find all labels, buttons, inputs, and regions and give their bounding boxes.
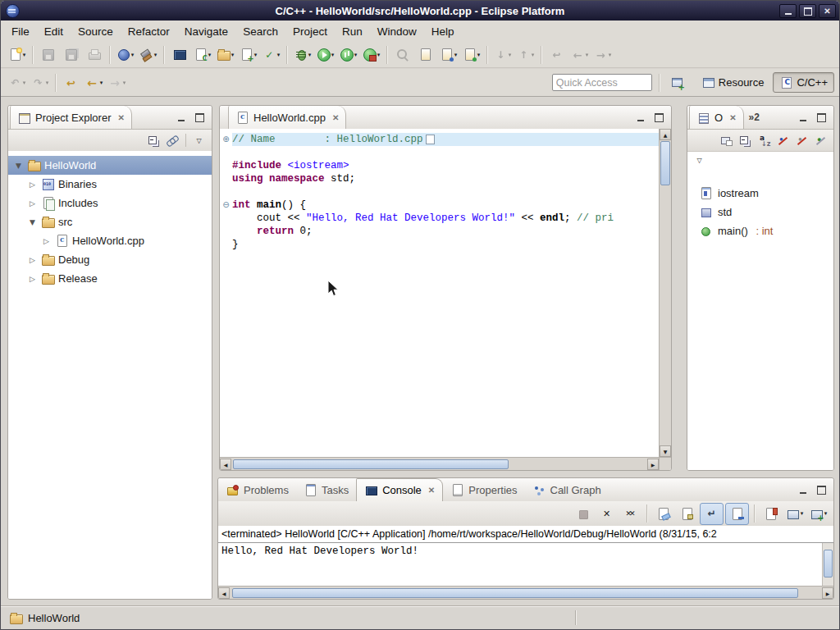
console-output[interactable]: Hello, Red Hat Developers World!	[218, 543, 822, 586]
menu-edit[interactable]: Edit	[37, 23, 71, 40]
collapse-all-button[interactable]	[145, 132, 162, 149]
open-task-button[interactable]: ▾	[437, 44, 459, 65]
build-all-button[interactable]: ▾	[137, 44, 159, 65]
view-switcher[interactable]: »2	[744, 106, 765, 129]
remove-launch-button[interactable]	[596, 504, 618, 524]
scroll-lock-button[interactable]	[676, 504, 698, 524]
scroll-thumb[interactable]	[233, 459, 509, 469]
word-wrap-button[interactable]	[700, 503, 724, 525]
scroll-left-icon[interactable]: ◀	[218, 587, 230, 599]
menu-run[interactable]: Run	[335, 23, 370, 40]
view-menu-button[interactable]	[190, 132, 208, 149]
open-perspective-button[interactable]	[666, 72, 688, 93]
maximize-panel-button[interactable]	[815, 484, 828, 496]
perspective-resource[interactable]: Resource	[695, 72, 771, 93]
hide-fields-button[interactable]	[774, 132, 792, 149]
new-button[interactable]: ▾	[6, 44, 28, 65]
hide-non-public-button[interactable]	[812, 132, 829, 149]
clear-console-button[interactable]	[652, 504, 674, 524]
tab-properties[interactable]: Properties	[443, 478, 524, 501]
minimize-panel-button[interactable]	[797, 484, 810, 496]
menu-source[interactable]: Source	[71, 23, 121, 40]
show-when-stdout-changes-button[interactable]	[725, 503, 749, 525]
remove-all-launches-button[interactable]	[619, 504, 641, 524]
tree-expander-icon[interactable]: ▷	[27, 275, 38, 283]
tab-tasks[interactable]: Tasks	[296, 478, 356, 501]
new-class-button[interactable]: ▾	[191, 44, 213, 65]
menu-help[interactable]: Help	[424, 23, 462, 40]
outline-item-std[interactable]: std	[687, 203, 833, 221]
outline-item-main[interactable]: main() : int	[687, 221, 833, 240]
sort-button[interactable]	[756, 132, 773, 149]
open-console-button[interactable]: ▾	[807, 504, 829, 524]
minimize-button[interactable]	[779, 4, 797, 18]
tab-console[interactable]: Console✕	[356, 478, 443, 501]
last-edit-location-button[interactable]	[60, 72, 82, 93]
back-history-button[interactable]: ▾	[83, 72, 105, 93]
scroll-thumb[interactable]	[232, 588, 798, 598]
code-editor[interactable]: ⊕// Name : HelloWorld.cpp#include <iostr…	[220, 129, 659, 457]
tab-problems[interactable]: Problems	[218, 478, 296, 501]
tree-expander-icon[interactable]: ▷	[41, 237, 52, 245]
scroll-right-icon[interactable]: ▶	[647, 459, 659, 470]
maximize-panel-button[interactable]	[652, 112, 665, 124]
scroll-down-icon[interactable]: ▼	[660, 445, 671, 457]
close-icon[interactable]: ✕	[729, 113, 736, 122]
collapse-all-button[interactable]	[737, 132, 754, 149]
tree-expander-icon[interactable]: ▷	[27, 199, 38, 208]
profile-button[interactable]: ▾	[337, 44, 359, 65]
close-icon[interactable]: ✕	[428, 486, 435, 495]
scroll-up-icon[interactable]: ▲	[660, 129, 671, 140]
minimize-panel-button[interactable]	[797, 112, 810, 124]
focus-button[interactable]	[718, 132, 735, 149]
tree-item-binaries[interactable]: ▷Binaries	[8, 175, 212, 194]
title-bar[interactable]: C/C++ - HelloWorld/src/HelloWorld.cpp - …	[1, 1, 839, 21]
menu-navigate[interactable]: Navigate	[177, 23, 235, 40]
outline-item-iostream[interactable]: iostream	[687, 184, 833, 203]
close-icon[interactable]: ✕	[117, 113, 124, 122]
minimize-panel-button[interactable]	[175, 112, 188, 124]
tree-expander-icon[interactable]: ▷	[27, 256, 38, 264]
close-button[interactable]	[819, 4, 836, 18]
tree-item-includes[interactable]: ▷Includes	[8, 194, 212, 212]
perspective-c-c[interactable]: C/C++	[773, 72, 834, 93]
new-file-button[interactable]: ▾	[237, 44, 259, 65]
tab-call-graph[interactable]: Call Graph	[525, 478, 609, 501]
open-resource-button[interactable]: ▾	[460, 44, 482, 65]
tree-item-src[interactable]: ▼src	[8, 212, 212, 231]
tree-expander-icon[interactable]: ▼	[13, 162, 24, 170]
hide-static-button[interactable]	[793, 132, 810, 149]
menu-search[interactable]: Search	[235, 23, 285, 40]
debug-button[interactable]: ▾	[291, 44, 313, 65]
new-source-folder-button[interactable]: ▾	[214, 44, 236, 65]
outline-view-menu-button[interactable]	[691, 152, 708, 169]
display-selected-console-button[interactable]: ▾	[783, 504, 806, 524]
tab-helloworld-cpp[interactable]: HelloWorld.cpp ✕	[228, 106, 346, 129]
fold-collapse-icon[interactable]: ⊖	[220, 199, 232, 212]
open-type-button[interactable]	[414, 44, 436, 65]
menu-refactor[interactable]: Refactor	[121, 23, 177, 40]
quick-access-input[interactable]	[552, 74, 652, 91]
tree-item-helloworld[interactable]: ▼HelloWorld	[8, 156, 212, 175]
maximize-button[interactable]	[799, 4, 816, 18]
scroll-thumb[interactable]	[824, 550, 833, 578]
tree-expander-icon[interactable]: ▷	[27, 180, 38, 189]
tab-project-explorer[interactable]: Project Explorer ✕	[10, 106, 132, 129]
console-vertical-scrollbar[interactable]	[822, 543, 833, 586]
editor-horizontal-scrollbar[interactable]: ◀ ▶	[220, 457, 659, 470]
menu-project[interactable]: Project	[285, 23, 335, 40]
code-analysis-button[interactable]: ▾	[260, 44, 282, 65]
maximize-panel-button[interactable]	[815, 112, 828, 124]
tree-item-helloworld-cpp[interactable]: ▷HelloWorld.cpp	[8, 231, 212, 250]
tree-item-release[interactable]: ▷Release	[8, 269, 212, 288]
folded-region-indicator[interactable]	[426, 135, 435, 144]
tree-item-debug[interactable]: ▷Debug	[8, 250, 212, 269]
fold-expand-icon[interactable]: ⊕	[220, 133, 232, 146]
menu-window[interactable]: Window	[370, 23, 424, 40]
console-horizontal-scrollbar[interactable]: ◀ ▶	[218, 586, 833, 599]
run-button[interactable]: ▾	[314, 44, 336, 65]
scroll-right-icon[interactable]: ▶	[822, 587, 833, 599]
maximize-panel-button[interactable]	[193, 112, 206, 124]
close-icon[interactable]: ✕	[332, 113, 339, 122]
scroll-left-icon[interactable]: ◀	[220, 459, 231, 470]
